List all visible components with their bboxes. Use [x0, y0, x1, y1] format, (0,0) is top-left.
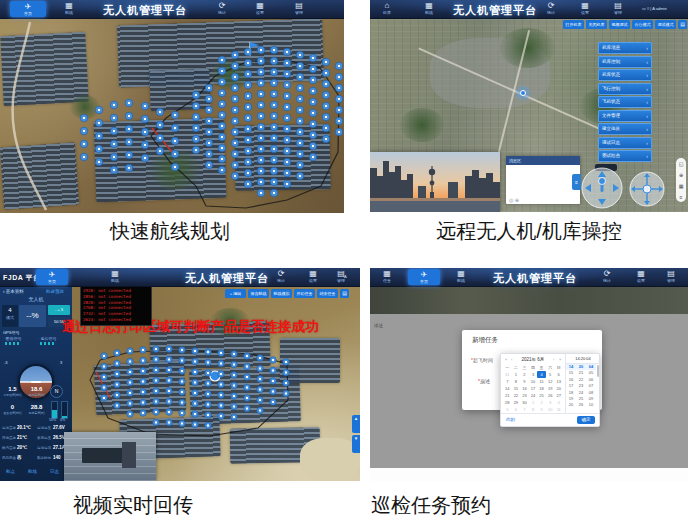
nav-manage[interactable]: ▤管理	[284, 1, 314, 15]
menu-item[interactable]: 机库消息›	[598, 42, 652, 54]
nav-settings[interactable]: ▦设置	[570, 1, 600, 15]
calendar-day-cell[interactable]: 20	[554, 385, 563, 392]
flight-joystick[interactable]	[628, 170, 666, 212]
nav-route[interactable]: ▦航线	[54, 1, 84, 15]
time-cell[interactable]: 20	[566, 402, 576, 408]
admin-account[interactable]: ▭ ≡ | A admin	[642, 6, 667, 11]
nav-manage[interactable]: ▤管理	[603, 1, 633, 15]
calendar-day-cell[interactable]: 19	[546, 385, 555, 392]
message-panel-icons[interactable]: ◎ ⊕	[509, 197, 519, 203]
next-year-icon[interactable]: »	[559, 356, 561, 364]
nav-route[interactable]: ▦航线	[414, 1, 444, 15]
calendar-day-cell[interactable]: 21	[503, 392, 512, 399]
nav-route[interactable]: ▦航线	[100, 269, 130, 283]
calendar-day-cell[interactable]: 12	[546, 378, 555, 385]
calendar-day-cell[interactable]: 23	[520, 392, 529, 399]
menu-item[interactable]: 测试组合›	[598, 150, 652, 162]
nav-stats[interactable]: ⟳统计	[266, 269, 296, 283]
calendar-day-cell[interactable]: 17	[529, 385, 538, 392]
calendar-day-cell[interactable]: 9	[537, 406, 546, 413]
calendar-day-cell[interactable]: 1	[529, 399, 538, 406]
calendar-day-cell[interactable]: 3	[529, 371, 538, 378]
menu-item[interactable]: 机库控制›	[598, 56, 652, 68]
calendar-day-cell[interactable]: 16	[520, 385, 529, 392]
menu-item[interactable]: 文件管理›	[598, 110, 652, 122]
action-button[interactable]: 航线模拟	[271, 289, 292, 298]
nav-stats[interactable]: ⟳统计	[207, 1, 237, 15]
calendar-day-cell[interactable]: 22	[512, 392, 521, 399]
calendar-day-cell[interactable]: 11	[554, 406, 563, 413]
action-button[interactable]: 云台模式	[632, 20, 653, 29]
action-button[interactable]: 关闭机库	[586, 20, 607, 29]
list-icon[interactable]: ≡	[680, 194, 683, 200]
fullscreen-icon[interactable]: ◱	[679, 161, 684, 167]
time-cell[interactable]: 10	[586, 402, 596, 408]
calendar-day-cell[interactable]: 4	[554, 399, 563, 406]
calendar-day-cell[interactable]: 2	[520, 371, 529, 378]
fpv-video-preview[interactable]	[370, 152, 500, 212]
menu-item[interactable]: 机库状态›	[598, 69, 652, 81]
calendar-day-cell[interactable]: 6	[512, 406, 521, 413]
emoji-icon[interactable]: ◎	[509, 197, 513, 203]
admin-account[interactable]: A	[344, 274, 347, 279]
calendar-day-cell[interactable]: 28	[503, 399, 512, 406]
nav-stats[interactable]: ⟳统计	[592, 269, 622, 283]
calendar-day-cell[interactable]: 14	[503, 385, 512, 392]
calendar-day-cell[interactable]: 2	[537, 399, 546, 406]
calendar-day-cell[interactable]: 9	[520, 378, 529, 385]
back-link[interactable]: ‹ 基本资料	[3, 289, 24, 294]
calendar-day-cell[interactable]: 10	[546, 406, 555, 413]
confirm-button[interactable]: 确定	[577, 416, 595, 424]
action-button[interactable]: 调试模式	[655, 20, 676, 29]
nav-home[interactable]: ✈首页	[408, 269, 440, 285]
calendar-day-cell[interactable]: 29	[512, 399, 521, 406]
nav-settings[interactable]: ▦设置	[298, 269, 328, 283]
nav-home[interactable]: ✈首页	[10, 1, 46, 17]
nav-home[interactable]: ✈首页	[36, 269, 68, 285]
calendar-day-cell[interactable]: 13	[554, 378, 563, 385]
nav-task[interactable]: ▦任务	[372, 269, 402, 283]
calendar-day-cell[interactable]: 8	[512, 378, 521, 385]
nav-route[interactable]: ▦航线	[446, 269, 476, 283]
nav-manage[interactable]: ▤管理	[656, 269, 686, 283]
log-console[interactable]: 2920: not connected2856: not connected28…	[80, 286, 152, 326]
attach-icon[interactable]: ⊕	[515, 197, 519, 203]
time-scrollbar[interactable]	[597, 365, 599, 377]
menu-item[interactable]: 飞行控制›	[598, 83, 652, 95]
mode-cell[interactable]: 4 模式	[2, 305, 18, 327]
action-button[interactable]: 打开机库	[563, 20, 584, 29]
time-cell[interactable]: 26	[576, 402, 586, 408]
calendar-day-cell[interactable]: 27	[554, 392, 563, 399]
track-preview-link[interactable]: 航迹预览	[46, 289, 64, 294]
menu-item[interactable]: 飞机状态›	[598, 96, 652, 108]
calendar-day-cell[interactable]: 3	[546, 399, 555, 406]
tab-waypoints[interactable]: 航点	[6, 469, 15, 474]
drone-marker[interactable]	[516, 86, 530, 100]
action-button[interactable]: 结束任务	[317, 289, 338, 298]
waypoint-route-layer[interactable]	[0, 0, 344, 213]
tab-routes[interactable]: 航线	[28, 469, 37, 474]
nav-stats[interactable]: ⟳统计	[536, 1, 566, 15]
calendar-day-cell[interactable]: 24	[529, 392, 538, 399]
calendar-day-cell[interactable]: 8	[529, 406, 538, 413]
calendar-day-cell[interactable]: 7	[520, 406, 529, 413]
calendar-day-cell[interactable]: 4	[537, 371, 546, 378]
action-button[interactable]: 开始任务	[294, 289, 315, 298]
calendar-day-cell[interactable]: 31	[503, 371, 512, 378]
altitude-chip[interactable]: - + 3	[48, 305, 70, 315]
map-zoom-in-tab[interactable]: ▴	[352, 415, 360, 433]
more-menu-icon[interactable]: ▤	[340, 289, 349, 298]
calendar-day-cell[interactable]: 11	[537, 378, 546, 385]
layers-icon[interactable]: ▦	[679, 183, 684, 189]
calendar-day-cell[interactable]: 1	[512, 371, 521, 378]
calendar-day-cell[interactable]: 26	[546, 392, 555, 399]
nav-manage[interactable]: ▤管理	[326, 269, 356, 283]
menu-item[interactable]: 建立连接›	[598, 123, 652, 135]
calendar-day-cell[interactable]: 25	[537, 392, 546, 399]
nav-settings[interactable]: ▦设置	[245, 1, 275, 15]
calendar-day-cell[interactable]: 5	[546, 371, 555, 378]
nav-settings[interactable]: ▦设置	[626, 269, 656, 283]
gimbal-joystick[interactable]	[580, 166, 624, 212]
hangar-video-feed[interactable]	[64, 432, 156, 481]
calendar-day-cell[interactable]: 15	[512, 385, 521, 392]
